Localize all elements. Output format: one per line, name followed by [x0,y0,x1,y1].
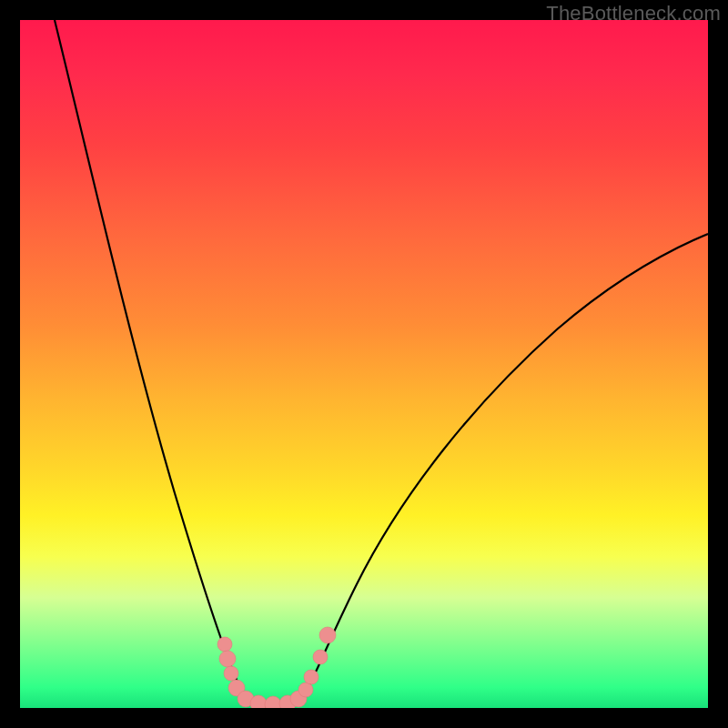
plot-area [20,20,708,708]
svg-point-11 [313,650,328,664]
svg-point-2 [224,666,238,681]
svg-point-6 [265,696,281,708]
watermark-text: TheBottleneck.com [546,2,721,25]
svg-point-1 [219,651,236,667]
svg-point-5 [250,695,267,708]
svg-point-8 [290,691,307,707]
svg-point-3 [228,680,245,696]
right-curve [278,234,708,705]
svg-point-12 [319,627,336,643]
marker-group [217,627,336,708]
left-curve [55,20,278,705]
svg-point-0 [217,637,232,652]
chart-frame: TheBottleneck.com [0,0,728,728]
svg-point-4 [238,691,254,707]
svg-point-7 [279,695,296,708]
svg-point-9 [298,682,313,697]
curve-layer [20,20,708,708]
svg-point-10 [304,670,318,684]
